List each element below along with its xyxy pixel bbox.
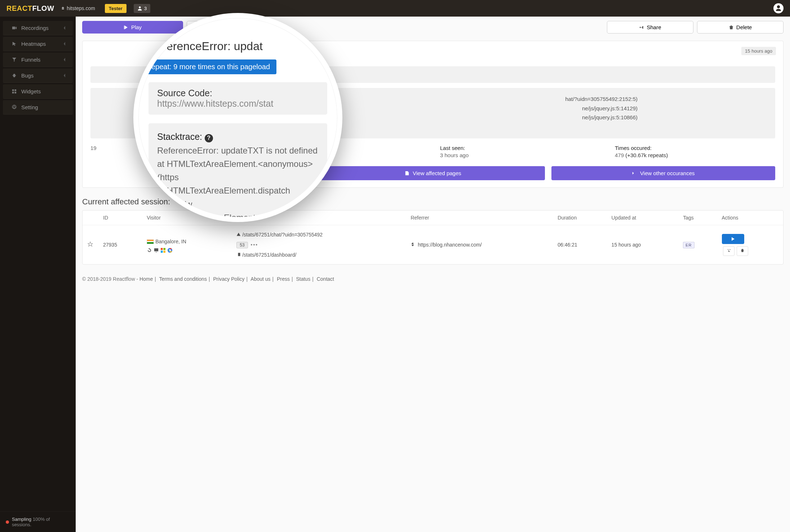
footer-link[interactable]: Status xyxy=(296,276,310,282)
refresh-icon xyxy=(147,248,152,253)
sessions-table: ID Visitor Pages Referrer Duration Updat… xyxy=(83,210,783,264)
cell-actions xyxy=(717,225,783,265)
time-badge: 15 hours ago xyxy=(741,47,776,55)
tag-er: ER xyxy=(683,242,694,248)
terminal-icon xyxy=(632,170,637,176)
video-icon xyxy=(12,25,17,31)
copyright: © 2018-2019 Reactflow - xyxy=(82,276,138,282)
role-badge: Tester xyxy=(105,4,127,13)
play-button[interactable]: Play xyxy=(82,21,183,34)
sidebar-item-widgets[interactable]: Widgets xyxy=(3,84,73,99)
main-content: Play New Share Delete 15 hours ago Sourc… xyxy=(76,17,790,532)
chevron-left-icon xyxy=(62,26,67,30)
sidebar-label: Widgets xyxy=(21,88,41,94)
mag-stack-label: Stacktrace: xyxy=(157,132,202,142)
footer-link[interactable]: Terms and conditions xyxy=(159,276,207,282)
header: REACTFLOW hitsteps.com Tester 3 xyxy=(0,0,790,17)
footer-link[interactable]: Privacy Policy xyxy=(213,276,244,282)
sidebar-label: Heatmaps xyxy=(21,41,46,47)
footer-link[interactable]: Home xyxy=(139,276,153,282)
cell-updated: 15 hours ago xyxy=(607,225,678,265)
view-other-occurrences-button[interactable]: View other occurances xyxy=(551,166,775,180)
sidebar-item-recordings[interactable]: Recordings xyxy=(3,21,73,35)
bug-icon xyxy=(12,73,17,78)
share-icon xyxy=(639,25,644,30)
col-referrer: Referrer xyxy=(405,210,552,225)
mag-stack-line: at HTMLTextAreaElement.<anonymous> (http… xyxy=(157,157,319,184)
sidebar-item-funnels[interactable]: Funnels xyxy=(3,53,73,67)
filter-icon xyxy=(12,57,17,62)
caret-down-icon xyxy=(97,6,98,10)
sidebar: Recordings Heatmaps Funnels Bugs xyxy=(0,17,76,532)
footer-link[interactable]: Press xyxy=(277,276,290,282)
user-count-value: 3 xyxy=(144,6,147,11)
play-label: Play xyxy=(131,24,142,30)
sidebar-item-heatmaps[interactable]: Heatmaps xyxy=(3,37,73,51)
link-icon xyxy=(410,242,415,247)
footer-link[interactable]: Contact xyxy=(317,276,334,282)
cell-pages: /stats/67251/chat/?uidn=305755492 53 •••… xyxy=(231,225,405,265)
table-row[interactable]: 27935 Bangalore, IN xyxy=(83,225,783,265)
col-actions: Actions xyxy=(717,210,783,225)
btn-label: View affected pages xyxy=(413,170,461,176)
share-button[interactable]: Share xyxy=(607,21,693,34)
avatar[interactable] xyxy=(773,3,784,13)
mag-error-title: erenceError: updat xyxy=(167,40,327,53)
trash-icon xyxy=(740,248,745,253)
svg-rect-3 xyxy=(164,251,166,253)
play-session-button[interactable] xyxy=(722,234,744,244)
sidebar-label: Bugs xyxy=(21,72,34,79)
col-id: ID xyxy=(98,210,142,225)
col-tags: Tags xyxy=(678,210,716,225)
logo[interactable]: REACTFLOW xyxy=(6,4,54,13)
mag-stack-line: ReferenceError: updateTXT is not defined xyxy=(157,144,319,157)
share-icon xyxy=(727,248,731,253)
chrome-icon xyxy=(167,248,173,253)
pages-icon xyxy=(404,170,410,176)
mag-repeat-badge: epeat: 9 more times on this pageload xyxy=(145,59,276,74)
help-icon[interactable]: ? xyxy=(205,134,213,142)
cell-duration: 06:46:21 xyxy=(552,225,606,265)
footer: © 2018-2019 Reactflow - Home| Terms and … xyxy=(76,271,790,287)
footer-link[interactable]: About us xyxy=(250,276,270,282)
sampling-label: Sampling xyxy=(12,517,31,522)
play-icon xyxy=(124,25,129,30)
user-count[interactable]: 3 xyxy=(134,4,150,13)
logo-part1: REACT xyxy=(6,4,32,12)
login-icon xyxy=(236,252,241,257)
svg-rect-0 xyxy=(161,248,163,250)
sessions-table-card: ID Visitor Pages Referrer Duration Updat… xyxy=(82,210,784,265)
stat-times-occurred: Times occured: 479 (+30.67k repeats) xyxy=(615,145,775,158)
btn-label: View other occurances xyxy=(640,170,694,176)
chevron-left-icon xyxy=(62,57,67,62)
sidebar-item-bugs[interactable]: Bugs xyxy=(3,68,73,83)
star-icon[interactable] xyxy=(88,241,93,247)
svg-rect-1 xyxy=(164,248,166,250)
chevron-left-icon xyxy=(62,41,67,46)
site-selector[interactable]: hitsteps.com xyxy=(61,5,98,11)
sidebar-item-setting[interactable]: Setting xyxy=(3,100,73,115)
sidebar-label: Funnels xyxy=(21,57,40,63)
chevron-left-icon xyxy=(62,73,67,78)
delete-session-button[interactable] xyxy=(737,246,748,256)
cell-id: 27935 xyxy=(98,225,142,265)
sitemap-icon xyxy=(61,6,65,10)
warning-icon xyxy=(236,232,241,236)
windows-icon xyxy=(160,248,166,253)
delete-button[interactable]: Delete xyxy=(697,21,784,34)
share-session-button[interactable] xyxy=(723,246,734,256)
col-duration: Duration xyxy=(552,210,606,225)
user-icon xyxy=(775,5,782,12)
magnifier-overlay: erenceError: updat epeat: 9 more times o… xyxy=(133,13,342,222)
grid-icon xyxy=(12,89,17,94)
header-left: REACTFLOW hitsteps.com Tester 3 xyxy=(6,4,150,13)
share-label: Share xyxy=(647,24,661,30)
mag-source-label: Source Code: xyxy=(157,88,212,98)
mag-source-box: Source Code: https://www.hitsteps.com/st… xyxy=(148,82,327,115)
view-affected-pages-button[interactable]: View affected pages xyxy=(321,166,545,180)
mag-source-value: https://www.hitsteps.com/stat xyxy=(157,98,273,108)
cell-tags: ER xyxy=(678,225,716,265)
gear-icon xyxy=(12,105,17,110)
sidebar-label: Recordings xyxy=(21,25,49,31)
svg-rect-2 xyxy=(161,251,163,253)
